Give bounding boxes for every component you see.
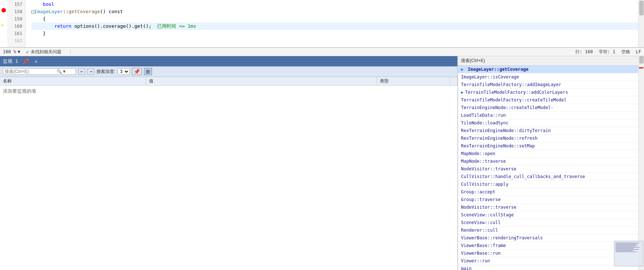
current-line-arrow: ➤ [1, 22, 4, 29]
table-body[interactable]: 添加要监视的项 [0, 86, 457, 270]
callstack-item-23[interactable]: ViewerBase::frame [458, 242, 638, 250]
scrollbar-thumb-top[interactable] [639, 1, 644, 15]
pin-icon[interactable]: 📌 [21, 58, 30, 65]
scroll-marker-red [639, 67, 643, 69]
callstack-item-3[interactable]: ▶ TerrainTileModelFactory::addColorLayer… [458, 89, 638, 96]
callstack-item-15[interactable]: CullVisitor::apply [458, 181, 638, 188]
active-arrow-icon: ▶ [461, 67, 464, 72]
callstack-item-26[interactable]: main [458, 265, 638, 270]
col-value: 值 [146, 77, 377, 85]
callstack-item-12[interactable]: MapNode::traverse [458, 158, 638, 165]
arrow-icon-3: ▶ [461, 90, 464, 95]
depth-label: 搜索深度: [96, 69, 115, 75]
callstack-item-22[interactable]: ViewerBase::renderingTraversals [458, 234, 638, 242]
kw-bool: bool [31, 1, 54, 8]
nav-back-button[interactable]: ← [78, 68, 85, 75]
callstack-item-7[interactable]: TileNode::loadSync [458, 119, 638, 127]
line-marker-area: ➤ [0, 0, 7, 47]
editor-area: ➤ 157 158 159 160 161 162 bool □ImageLay… [0, 0, 644, 47]
encoding-status: LF [636, 49, 641, 54]
empty-message: 添加要监视的项 [0, 86, 457, 97]
callstack-item-11[interactable]: MapNode::open [458, 150, 638, 158]
check-label: 未找到相关问题 [31, 49, 61, 55]
code-line-158: □ImageLayer::getCoverage() const [31, 8, 638, 15]
minimap-preview [614, 241, 643, 266]
callstack-item-19[interactable]: SceneView::cullStage [458, 211, 638, 219]
pin-toolbar-button[interactable]: 📌 [132, 68, 142, 75]
table-header: 名称 值 类型 [0, 77, 457, 86]
callstack-item-10[interactable]: RexTerrainEngineNode::setMap [458, 142, 638, 150]
callstack-item-4[interactable]: TerrainTileModelFactory::createTileModel [458, 96, 638, 104]
watch-panel-title: 监视 1 [3, 58, 18, 65]
callstack-item-6[interactable]: LoadTileData::run [458, 112, 638, 119]
search-button[interactable]: 🔍▼ [56, 69, 67, 74]
check-icon: ✔ [26, 49, 29, 55]
callstack-item-17[interactable]: Group::traverse [458, 196, 638, 204]
callstack-panel: 搜索(Ctrl+E) ▶ ImageLayer::getCoverage Ima… [458, 56, 644, 270]
encoding-value: LF [636, 49, 641, 54]
close-icon[interactable]: ✕ [33, 58, 39, 65]
timing-comment: 已用时间 <= 1ms [157, 23, 196, 30]
callstack-item-2[interactable]: TerrainTileModelFactory::addImageLayer [458, 81, 638, 89]
editor-scrollbar[interactable] [638, 0, 644, 47]
zoom-value: 100 % [3, 49, 16, 54]
col-name: 名称 [0, 77, 146, 85]
callstack-item-13[interactable]: NodeVisitor::traverse [458, 165, 638, 173]
zoom-status[interactable]: 100 % ▼ [3, 49, 20, 54]
code-line-160: return options().coverage().get(); 已用时间 … [31, 23, 638, 30]
main-content: 监视 1 📌 ✕ 🔍▼ ← → 搜索深度: 3 1 2 4 5 [0, 56, 644, 270]
code-line-161: } [31, 30, 638, 37]
check-status: ✔ 未找到相关问题 [26, 49, 61, 55]
watch-panel: 监视 1 📌 ✕ 🔍▼ ← → 搜索深度: 3 1 2 4 5 [0, 56, 458, 270]
watch-panel-header: 监视 1 📌 ✕ [0, 56, 457, 66]
callstack-item-8[interactable]: RexTerrainEngineNode::dirtyTerrain [458, 127, 638, 135]
code-content[interactable]: bool □ImageLayer::getCoverage() const { … [26, 0, 638, 47]
code-line-159: { [31, 15, 638, 23]
col-scroll [450, 77, 457, 85]
callstack-item-9[interactable]: RexTerrainEngineNode::refresh [458, 135, 638, 142]
callstack-scrollbar-thumb[interactable] [639, 56, 644, 63]
callstack-item-18[interactable]: NodeVisitor::traverse [458, 204, 638, 211]
spaces-value: 空格 [621, 49, 630, 55]
table-toolbar-button[interactable]: ⊞ [144, 68, 152, 75]
search-toolbar: 🔍▼ ← → 搜索深度: 3 1 2 4 5 📌 ⊞ [0, 66, 457, 77]
col-type: 类型 [377, 77, 450, 85]
position-status: 行: 160 [575, 49, 593, 55]
position-value: 行: 160 [575, 49, 593, 55]
callstack-item-5[interactable]: TerrainEngineNode::createTileModel· [458, 104, 638, 112]
callstack-list[interactable]: ▶ ImageLayer::getCoverage ImageLayer::is… [458, 66, 638, 270]
punct-minus: □ [31, 8, 34, 15]
search-input[interactable] [5, 69, 56, 74]
callstack-item-1[interactable]: ImageLayer::isCoverage [458, 73, 638, 81]
callstack-item-25[interactable]: Viewer::run [458, 257, 638, 265]
callstack-item-0[interactable]: ▶ ImageLayer::getCoverage [458, 66, 638, 73]
line-numbers: 157 158 159 160 161 162 [7, 0, 26, 47]
zoom-dropdown-icon[interactable]: ▼ [18, 49, 20, 54]
callstack-item-20[interactable]: SceneView::cull [458, 219, 638, 227]
depth-select[interactable]: 3 1 2 4 5 [118, 68, 130, 75]
code-line-157: bool [31, 1, 638, 8]
char-status: 字符: 1 [599, 49, 616, 55]
right-panel-scrollbar[interactable] [638, 56, 644, 270]
callstack-item-16[interactable]: Group::accept [458, 188, 638, 196]
class-imagelayer: ImageLayer [34, 8, 63, 15]
fn-getcoverage: getCoverage [69, 8, 100, 15]
callstack-item-14[interactable]: CullVisitor::handle_cull_callbacks_and_t… [458, 173, 638, 181]
nav-forward-button[interactable]: → [87, 68, 94, 75]
callstack-search-label: 搜索(Ctrl+E) [461, 58, 485, 63]
char-value: 字符: 1 [599, 49, 616, 55]
spaces-status: 空格 [621, 49, 630, 55]
callstack-search-bar: 搜索(Ctrl+E) [458, 56, 638, 66]
status-bar: 100 % ▼ ✔ 未找到相关问题 行: 160 字符: 1 空格 LF [0, 47, 644, 56]
search-input-container[interactable]: 🔍▼ [3, 68, 76, 75]
callstack-item-21[interactable]: Renderer::cull [458, 227, 638, 234]
callstack-item-24[interactable]: ViewerBase::run [458, 250, 638, 257]
breakpoint-dot [1, 8, 6, 12]
